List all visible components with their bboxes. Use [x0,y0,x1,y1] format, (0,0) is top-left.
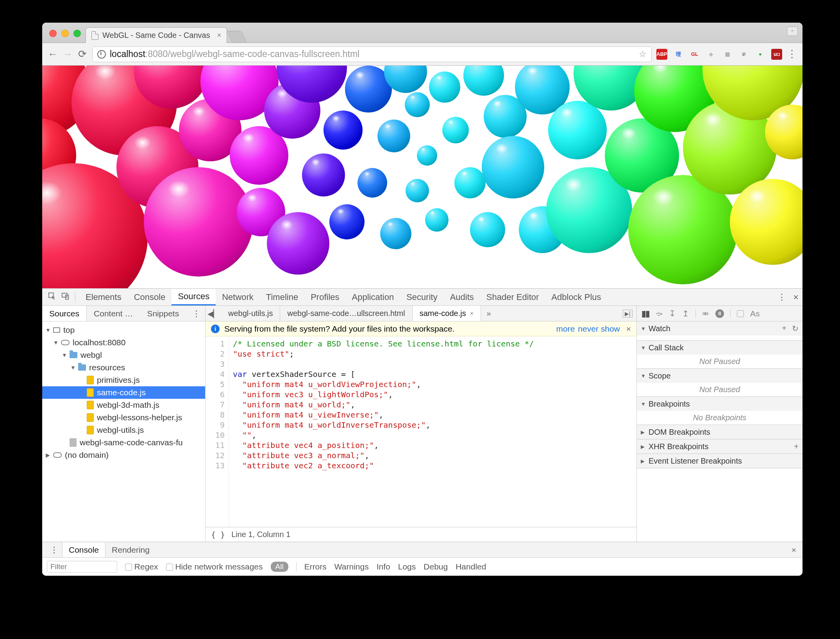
editor-tab[interactable]: webgl-utils.js [221,306,280,321]
reload-button[interactable]: ⟳ [77,48,88,60]
window-collapse-button[interactable]: - [787,27,798,36]
section-header[interactable]: ▼ Breakpoints [637,397,802,411]
tree-file[interactable]: webgl-utils.js [97,425,144,435]
chrome-menu-icon[interactable]: ⋮ [787,48,797,60]
extension-doc[interactable]: ▥ [722,49,733,60]
tree-folder-resources[interactable]: resources [89,363,125,372]
section-tool-icon[interactable]: ↻ [792,324,799,333]
extension-abp[interactable]: ABP [656,49,667,60]
extension-ri[interactable]: 理 [673,49,684,60]
devtools-tab-sources[interactable]: Sources [172,289,216,305]
devtools-tab-elements[interactable]: Elements [79,289,128,305]
back-button[interactable]: ← [48,48,58,60]
tab-close-icon[interactable]: × [217,31,222,39]
tree-file[interactable]: primitives.js [97,375,140,385]
browser-tab[interactable]: WebGL - Same Code - Canvas × [86,27,227,43]
code-editor[interactable]: 12345678910111213 /* Licensed under a BS… [206,336,636,527]
section-header[interactable]: ▼ Watch +↻ [637,321,802,336]
level-errors[interactable]: Errors [304,562,327,571]
extension-ubo[interactable]: u◘ [771,49,782,60]
section-header[interactable]: ▶ XHR Breakpoints + [637,439,802,453]
level-logs[interactable]: Logs [398,562,416,571]
level-debug[interactable]: Debug [424,562,448,571]
devtools-tab-shader-editor[interactable]: Shader Editor [480,289,545,305]
infobar-close-icon[interactable]: × [626,324,631,334]
section-header[interactable]: ▼ Scope [637,369,802,383]
section-tool-icon[interactable]: + [794,442,799,451]
devtools-tab-console[interactable]: Console [128,289,172,305]
devtools-tab-security[interactable]: Security [400,289,443,305]
pretty-print-icon[interactable]: { } [211,530,225,539]
extension-gl[interactable]: GL [689,49,700,60]
disclosure-icon[interactable]: ▼ [641,345,645,351]
regex-checkbox[interactable] [125,564,132,571]
deactivate-breakpoints-icon[interactable]: ⤃ [702,309,709,318]
drawer-tab-rendering[interactable]: Rendering [105,542,156,557]
level-warnings[interactable]: Warnings [334,562,369,571]
tree-file-selected[interactable]: same-code.js [97,388,146,397]
tree-top[interactable]: top [63,325,75,335]
tree-file[interactable]: webgl-same-code-canvas-fu [80,438,183,447]
sources-tab[interactable]: Sources [42,306,87,321]
devtools-tab-adblock-plus[interactable]: Adblock Plus [545,289,607,305]
forward-button[interactable]: → [63,48,73,60]
drawer-tab-console[interactable]: Console [62,542,105,557]
drawer-close-icon[interactable]: × [792,545,799,555]
section-tool-icon[interactable]: + [782,324,786,333]
filter-input[interactable] [47,561,117,573]
level-all[interactable]: All [271,562,288,572]
editor-tab[interactable]: webgl-same-code…ullscreen.html [280,306,412,321]
step-out-icon[interactable]: ↥ [682,309,689,318]
devtools-close-icon[interactable]: × [793,292,799,303]
disclosure-icon[interactable]: ▼ [641,326,645,332]
disclosure-icon[interactable]: ▼ [641,373,645,379]
snippets-tab[interactable]: Snippets [140,306,186,321]
tree-no-domain[interactable]: (no domain) [65,450,109,460]
inspect-element-icon[interactable] [46,292,58,303]
close-window-button[interactable] [49,30,57,37]
extension-drive[interactable]: ◆ [706,49,717,60]
site-info-icon[interactable] [97,50,106,59]
editor-tab-active[interactable]: same-code.js× [413,306,481,321]
tree-host[interactable]: localhost:8080 [73,338,125,347]
pause-exceptions-icon[interactable]: II [715,309,724,318]
devtools-tab-audits[interactable]: Audits [444,289,480,305]
drawer-more-icon[interactable]: ⋮ [46,545,62,555]
hide-network-checkbox[interactable] [166,564,173,571]
devtools-tab-application[interactable]: Application [346,289,400,305]
file-tree[interactable]: ▼top ▼localhost:8080 ▼webgl ▼resources p… [42,321,205,542]
new-tab-button[interactable] [227,31,247,43]
tree-folder-webgl[interactable]: webgl [80,350,102,360]
devtools-tab-network[interactable]: Network [216,289,260,305]
disclosure-icon[interactable]: ▶ [641,429,645,435]
tree-file[interactable]: webgl-3d-math.js [97,400,159,410]
minimize-window-button[interactable] [61,30,69,37]
disclosure-icon[interactable]: ▶ [641,444,645,450]
level-handled[interactable]: Handled [456,562,486,571]
address-bar[interactable]: localhost:8080/webgl/webgl-same-code-can… [92,46,652,62]
zoom-window-button[interactable] [73,30,81,37]
bookmark-icon[interactable]: ☆ [639,49,647,59]
step-over-icon[interactable]: ⤼ [656,309,663,318]
level-info[interactable]: Info [377,562,390,571]
show-function-icon[interactable]: ▶| [623,310,633,318]
infobar-more-link[interactable]: more [556,324,575,334]
devtools-tab-timeline[interactable]: Timeline [260,289,304,305]
section-header[interactable]: ▶ Event Listener Breakpoints [637,454,802,468]
toggle-device-icon[interactable] [59,292,71,303]
disclosure-icon[interactable]: ▼ [641,401,645,407]
section-header[interactable]: ▼ Call Stack [637,341,802,355]
async-checkbox[interactable] [737,310,744,317]
close-icon[interactable]: × [470,310,474,317]
editor-overflow-icon[interactable]: » [481,309,497,318]
editor-history-icon[interactable]: ◀▏ [206,309,221,318]
devtools-tab-profiles[interactable]: Profiles [304,289,345,305]
navigator-more-icon[interactable]: ⋮ [188,306,205,321]
disclosure-icon[interactable]: ▶ [641,458,645,464]
tree-file[interactable]: webgl-lessons-helper.js [97,413,182,422]
extension-cast[interactable]: ⎚ [738,49,749,60]
section-header[interactable]: ▶ DOM Breakpoints [637,425,802,439]
extension-grn[interactable]: ● [755,49,766,60]
step-into-icon[interactable]: ↧ [669,309,676,318]
pause-icon[interactable]: ▮▮ [642,309,649,318]
